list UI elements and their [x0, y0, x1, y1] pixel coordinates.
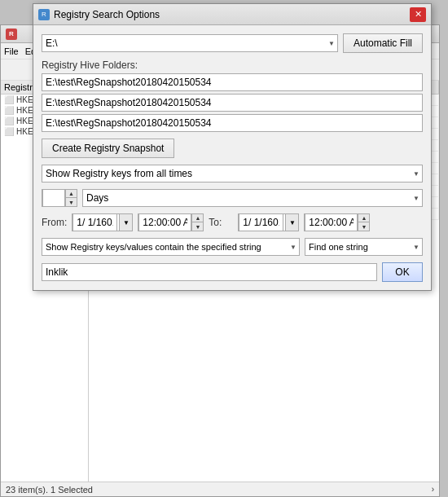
to-label: To: — [209, 217, 233, 228]
scroll-indicator: › — [432, 485, 434, 494]
ok-button[interactable]: OK — [382, 262, 423, 282]
days-spinner: 10 ▲ ▼ — [42, 189, 77, 207]
dialog-body: E:\ C:\ D:\ Automatic Fill Registry Hive… — [33, 25, 431, 290]
spin-up-button[interactable]: ▲ — [65, 190, 77, 198]
bg-statusbar: 23 item(s). 1 Selected › — [1, 482, 439, 496]
from-date-input[interactable] — [72, 213, 117, 231]
hkey-icon2: ⬜ — [4, 106, 14, 115]
hive-folder-3[interactable] — [42, 114, 423, 132]
days-unit-dropdown[interactable]: Days Hours Minutes — [82, 189, 423, 207]
from-time-arrows: ▲ ▼ — [191, 214, 203, 231]
dialog-titlebar: R Registry Search Options ✕ — [33, 4, 431, 25]
status-text: 23 item(s). 1 Selected — [6, 485, 93, 495]
to-date-input[interactable] — [239, 213, 283, 231]
spin-down-button[interactable]: ▼ — [65, 198, 77, 206]
drive-select-wrapper: E:\ C:\ D:\ — [42, 34, 338, 52]
spin-arrows: ▲ ▼ — [65, 190, 77, 206]
registry-search-dialog: R Registry Search Options ✕ E:\ C:\ D:\ … — [33, 3, 432, 291]
filter-row: OK — [42, 262, 423, 282]
days-row: 10 ▲ ▼ Days Hours Minutes — [42, 189, 423, 207]
filter-input[interactable] — [42, 263, 377, 281]
show-registry-dropdown[interactable]: Show Registry keys from all times Show R… — [42, 165, 423, 183]
search-type-dropdown[interactable]: Show Registry keys/values contain the sp… — [42, 238, 300, 256]
find-type-wrapper: Find one string Find all strings Find an… — [305, 238, 423, 256]
bg-app-icon: R — [6, 29, 17, 40]
from-label: From: — [42, 217, 67, 228]
create-snapshot-button[interactable]: Create Registry Snapshot — [42, 139, 174, 158]
close-button[interactable]: ✕ — [410, 7, 426, 22]
dialog-icon: R — [38, 9, 50, 20]
hive-folder-2[interactable] — [42, 94, 423, 112]
to-time-arrows: ▲ ▼ — [358, 214, 369, 231]
hive-folders-label: Registry Hive Folders: — [42, 59, 423, 71]
to-time-wrapper: ▲ ▼ — [304, 213, 370, 231]
to-time-input[interactable] — [305, 213, 358, 231]
drive-row: E:\ C:\ D:\ Automatic Fill — [42, 33, 423, 53]
search-type-wrapper: Show Registry keys/values contain the sp… — [42, 238, 300, 256]
to-date-wrapper: ▼ — [238, 213, 299, 231]
hive-folders-section: Registry Hive Folders: — [42, 59, 423, 132]
from-date-wrapper: ▼ — [72, 213, 133, 231]
days-input[interactable]: 10 — [42, 189, 65, 207]
to-time-up[interactable]: ▲ — [358, 214, 369, 222]
hive-folder-1[interactable] — [42, 73, 423, 91]
dialog-titlebar-left: R Registry Search Options — [38, 9, 160, 20]
from-date-picker-button[interactable]: ▼ — [119, 214, 132, 231]
from-time-input[interactable] — [138, 213, 191, 231]
menu-file[interactable]: File — [4, 46, 19, 56]
hkey-icon4: ⬜ — [4, 127, 14, 136]
search-options-row: Show Registry keys/values contain the sp… — [42, 238, 423, 256]
autofill-button[interactable]: Automatic Fill — [343, 33, 423, 53]
hkey-icon: ⬜ — [4, 95, 14, 104]
days-unit-wrapper: Days Hours Minutes — [82, 189, 423, 207]
show-registry-wrapper: Show Registry keys from all times Show R… — [42, 165, 423, 183]
hkey-icon3: ⬜ — [4, 117, 14, 125]
from-time-up[interactable]: ▲ — [191, 214, 203, 222]
create-snapshot-row: Create Registry Snapshot — [42, 139, 423, 158]
dialog-title: Registry Search Options — [54, 9, 160, 20]
from-time-down[interactable]: ▼ — [191, 222, 203, 231]
find-type-dropdown[interactable]: Find one string Find all strings Find an… — [305, 238, 423, 256]
from-time-wrapper: ▲ ▼ — [138, 213, 204, 231]
from-to-row: From: ▼ ▲ ▼ To: ▼ ▲ ▼ — [42, 213, 423, 231]
to-time-down[interactable]: ▼ — [358, 222, 369, 231]
drive-dropdown[interactable]: E:\ C:\ D:\ — [42, 34, 338, 52]
to-date-picker-button[interactable]: ▼ — [285, 214, 298, 231]
